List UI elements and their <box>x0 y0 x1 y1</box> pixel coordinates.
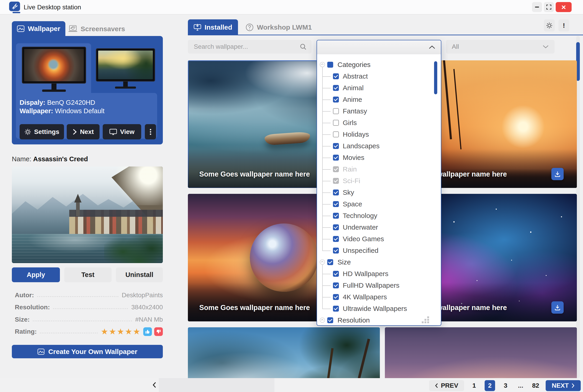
checkbox[interactable] <box>333 96 339 102</box>
next-wallpaper-button[interactable]: Next <box>67 124 99 140</box>
checkbox[interactable] <box>333 224 339 230</box>
filter-item-fantasy[interactable]: Fantasy <box>317 105 441 117</box>
filter-item-sky[interactable]: Sky <box>317 186 441 198</box>
prev-page-button[interactable]: PREV <box>429 380 464 391</box>
settings-button[interactable]: Settings <box>19 124 64 140</box>
collapse-sidebar-button[interactable] <box>149 380 159 390</box>
filter-item-landscapes[interactable]: Landscapes <box>317 140 441 152</box>
collapse-toggle-icon[interactable] <box>320 62 325 67</box>
filter-item-anime[interactable]: Anime <box>317 94 441 105</box>
create-your-own-wallpaper-button[interactable]: Create Your Own Wallpaper <box>12 345 163 358</box>
search-input[interactable] <box>188 40 312 54</box>
main-settings-button[interactable] <box>544 19 555 32</box>
minimize-button[interactable] <box>532 2 542 12</box>
page-button-2[interactable]: 2 <box>485 380 495 391</box>
checkbox[interactable] <box>333 306 339 312</box>
checkbox[interactable] <box>333 178 339 184</box>
filter-item-4k-wallpapers[interactable]: 4K Wallpapers <box>317 291 441 303</box>
all-filter-select[interactable]: All <box>446 40 555 54</box>
checkbox[interactable] <box>333 73 339 79</box>
group-checkbox[interactable] <box>327 62 333 68</box>
filter-item-label: Fantasy <box>343 107 367 115</box>
more-options-button[interactable] <box>145 124 156 140</box>
checkbox[interactable] <box>333 166 339 172</box>
next-page-button[interactable]: NEXT <box>546 380 581 391</box>
download-button[interactable] <box>551 301 564 314</box>
wallpaper-value: Windows Default <box>55 107 104 114</box>
filter-item-space[interactable]: Space <box>317 198 441 210</box>
group-checkbox[interactable] <box>327 259 333 265</box>
chevron-right-icon <box>572 383 575 388</box>
checkbox[interactable] <box>333 282 339 288</box>
search-icon[interactable] <box>300 43 307 50</box>
filter-item-abstract[interactable]: Abstract <box>317 70 441 82</box>
page-button-3[interactable]: 3 <box>501 380 510 391</box>
current-wallpaper-name: Name: Assassin's Creed <box>12 155 88 163</box>
monitor-icon <box>109 128 117 135</box>
filter-item-rain[interactable]: Rain <box>317 163 441 175</box>
checkbox[interactable] <box>333 190 339 196</box>
checkbox[interactable] <box>333 143 339 149</box>
close-button[interactable]: × <box>556 2 572 12</box>
page-button-1[interactable]: 1 <box>470 380 479 391</box>
page-ellipsis: ... <box>516 380 525 391</box>
download-button[interactable] <box>551 168 564 180</box>
checkbox[interactable] <box>333 85 339 91</box>
view-button[interactable]: View <box>103 124 141 140</box>
filter-item-fullhd-wallpapers[interactable]: FullHD Wallpapers <box>317 280 441 291</box>
checkbox[interactable] <box>333 294 339 300</box>
checkbox[interactable] <box>333 201 339 207</box>
filter-item-underwater[interactable]: Underwater <box>317 222 441 233</box>
category-filter-header[interactable] <box>317 40 441 54</box>
filter-item-girls[interactable]: Girls <box>317 117 441 128</box>
filter-item-sci-fi[interactable]: Sci-Fi <box>317 175 441 186</box>
checkbox[interactable] <box>333 120 339 126</box>
filter-item-label: Sci-Fi <box>343 177 360 185</box>
checkbox[interactable] <box>333 155 339 160</box>
tab-installed[interactable]: Installed <box>188 19 238 35</box>
alerts-button[interactable]: ! <box>559 19 569 32</box>
tab-wallpaper[interactable]: Wallpaper <box>12 21 65 36</box>
apply-button[interactable]: Apply <box>12 268 60 282</box>
dropdown-resize-grip[interactable] <box>421 316 429 323</box>
leader-dots <box>37 293 118 297</box>
filter-item-unspecified[interactable]: Unspecified <box>317 245 441 256</box>
collapse-toggle-icon[interactable] <box>320 318 325 323</box>
group-checkbox[interactable] <box>327 317 333 323</box>
view-label: View <box>120 128 134 136</box>
maximize-button[interactable] <box>544 2 554 12</box>
tab-screensavers[interactable]: Screensavers <box>68 22 132 35</box>
uninstall-button[interactable]: Uninstall <box>116 268 163 282</box>
filter-item-movies[interactable]: Movies <box>317 152 441 163</box>
monitor-2-preview[interactable] <box>96 48 155 82</box>
filter-item-holidays[interactable]: Holidays <box>317 128 441 140</box>
monitor-1-preview[interactable] <box>22 47 86 84</box>
detail-row: Rating:★★★★★ <box>15 327 163 336</box>
gear-icon <box>24 128 31 135</box>
dropdown-scrollbar-thumb[interactable] <box>434 61 437 94</box>
kebab-icon <box>150 128 151 136</box>
checkbox[interactable] <box>333 213 339 219</box>
installed-icon <box>194 24 201 31</box>
filter-group-row[interactable]: Size <box>317 256 441 268</box>
checkbox[interactable] <box>333 271 339 277</box>
checkbox[interactable] <box>333 248 339 254</box>
thumb-down-button[interactable] <box>154 327 163 336</box>
filter-item-ultrawide-wallpapers[interactable]: Ultrawide Wallpapers <box>317 303 441 314</box>
horizontal-scrollbar[interactable] <box>159 378 274 392</box>
filter-item-technology[interactable]: Technology <box>317 210 441 222</box>
collapse-toggle-icon[interactable] <box>320 260 325 265</box>
filter-item-hd-wallpapers[interactable]: HD Wallpapers <box>317 268 441 280</box>
checkbox[interactable] <box>333 108 339 114</box>
checkbox[interactable] <box>333 236 339 242</box>
page-button-82[interactable]: 82 <box>531 380 540 391</box>
filter-group-row[interactable]: Categories <box>317 59 441 70</box>
test-button[interactable]: Test <box>64 268 112 282</box>
tab-workshop[interactable]: Workshop LWM1 <box>245 21 314 34</box>
prev-label: PREV <box>441 382 458 389</box>
next-label: NEXT <box>552 382 569 389</box>
thumb-up-button[interactable] <box>143 327 152 336</box>
filter-item-video-games[interactable]: Video Games <box>317 233 441 245</box>
checkbox[interactable] <box>333 132 339 137</box>
filter-item-animal[interactable]: Animal <box>317 82 441 94</box>
